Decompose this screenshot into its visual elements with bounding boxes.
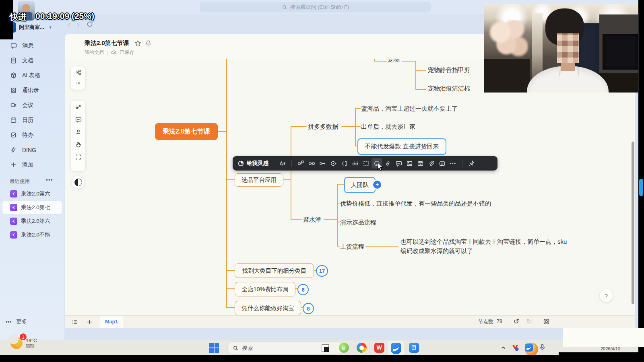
collapse-node-icon[interactable] — [339, 158, 350, 169]
sidebar-item-docs[interactable]: 文档 — [0, 53, 64, 68]
theme-toggle-button[interactable] — [72, 176, 85, 189]
mindmap-node-selected[interactable]: 不能代发爆款 直接进货回来 — [357, 138, 446, 155]
recent-doc-item[interactable]: 乘法2.0不能 — [0, 228, 64, 242]
sidebar-item-todo[interactable]: 待办 — [0, 128, 64, 142]
browser-chrome-icon[interactable] — [356, 342, 367, 353]
recent-doc-item-active[interactable]: 乘法2.0第七 — [2, 201, 62, 214]
mindmap-node[interactable]: 演示选品流程 — [340, 219, 376, 226]
taskbar-weather[interactable]: 1 19°C 晴朗 — [10, 337, 37, 349]
task-view-icon[interactable] — [320, 342, 331, 354]
mindmap-node-jst[interactable]: 聚水潭 — [303, 216, 321, 224]
save-status: 已保存 — [120, 49, 134, 56]
mindmap-note[interactable]: 也可以选到这个品找淘宝上同款去上淘宝链接，简单一点，sku 编码改成聚水潭的就可… — [400, 237, 578, 255]
start-button[interactable] — [209, 343, 219, 353]
star-icon[interactable] — [134, 40, 141, 47]
recent-more-icon[interactable]: ••• — [46, 177, 53, 183]
add-sibling-icon[interactable] — [295, 158, 306, 169]
mindmap-node-collapsed[interactable]: 全店10%费比布局 — [235, 282, 295, 296]
mindmap-node-collapsed[interactable]: 找到大类目下的细分类目 — [235, 263, 314, 278]
tray-dingtalk-icon[interactable] — [525, 343, 533, 352]
sidebar-item-label: 添加 — [22, 161, 33, 169]
mouse-cursor — [377, 162, 385, 171]
sidebar-item-add[interactable]: 添加 — [0, 157, 64, 172]
ai-inspire-icon[interactable] — [237, 160, 244, 167]
chevron-down-icon: ▼ — [49, 25, 52, 29]
frame-icon[interactable] — [361, 158, 372, 169]
browser-360-icon[interactable]: e — [338, 342, 349, 353]
sticker-icon[interactable] — [543, 318, 550, 325]
vertical-scrollbar[interactable] — [632, 142, 634, 304]
fit-view-icon[interactable] — [75, 154, 82, 160]
mindmap-node[interactable]: 出单后，就去谈厂家 — [361, 123, 415, 131]
theme-brush-icon[interactable] — [75, 104, 82, 111]
note-icon[interactable] — [437, 158, 448, 169]
mindmap-node-pdd[interactable]: 拼多多数据 — [308, 123, 338, 131]
mindmap-node[interactable]: 优势价格低，直接推单代发，有一些品类的品还是不错的 — [340, 200, 491, 208]
recent-doc-label: 乘法2.0不能 — [21, 231, 50, 239]
weather-temp: 19°C — [26, 338, 37, 343]
help-button[interactable]: ? — [600, 289, 613, 302]
sidebar-item-messages[interactable]: 消息 — [0, 38, 64, 53]
windows-taskbar: 1 19°C 晴朗 搜索 e W — [0, 340, 644, 355]
tray-mic-icon[interactable] — [539, 343, 546, 351]
ai-inspire-label[interactable]: 给我灵感 — [247, 160, 268, 167]
dingtalk-taskbar-active[interactable] — [388, 341, 404, 355]
corridor-light — [532, 13, 543, 79]
notification-badge: 1 — [19, 333, 27, 341]
redo-icon[interactable]: ↻ — [526, 317, 532, 326]
collapsed-count-badge[interactable]: 8 — [303, 303, 314, 314]
add-child-button[interactable]: + — [372, 180, 382, 189]
hand-pan-icon[interactable] — [75, 141, 82, 148]
wps-icon[interactable]: W — [374, 342, 385, 353]
collapsed-count-badge[interactable]: 6 — [297, 284, 309, 295]
mindmap-node[interactable]: 宠物静音指甲剪 — [428, 66, 470, 74]
add-sheet-icon[interactable] — [86, 319, 93, 325]
mindmap-node[interactable]: 上货流程 — [340, 243, 364, 251]
sidebar-item-contacts[interactable]: 通讯录 — [0, 83, 64, 98]
node-toolbar: 给我灵感 ⋯ — [233, 156, 497, 171]
comment-icon[interactable] — [75, 116, 82, 123]
divider: | — [107, 50, 108, 56]
collaborator-icon[interactable] — [75, 129, 82, 136]
mindmap-structure-icon[interactable] — [75, 70, 82, 75]
outline-view-icon[interactable] — [75, 81, 82, 86]
attachment-icon[interactable] — [426, 158, 437, 169]
doc-menu-icon[interactable] — [71, 43, 79, 51]
focus-node-icon[interactable] — [328, 158, 339, 169]
relation-line-icon[interactable] — [317, 158, 328, 169]
tray-chevron-up-icon[interactable] — [500, 345, 506, 351]
text-style-icon[interactable] — [277, 158, 288, 169]
summary-icon[interactable] — [350, 158, 361, 169]
pin-icon[interactable] — [466, 158, 477, 169]
collapsed-count-badge[interactable]: 17 — [316, 265, 328, 277]
sidebar-item-ding[interactable]: DING — [0, 142, 64, 157]
mindmap-node[interactable]: 蓝海品，淘宝上超过一页就不要上了 — [361, 105, 458, 113]
divider — [462, 160, 462, 167]
outline-list-icon[interactable] — [71, 319, 78, 325]
sidebar-item-meeting[interactable]: 会议 — [0, 98, 64, 113]
add-child-icon[interactable] — [306, 158, 317, 169]
recent-doc-item[interactable]: 乘法2.0第六 — [0, 214, 64, 228]
sidebar-item-calendar[interactable]: 日历 — [0, 113, 64, 128]
mindmap-root-node[interactable]: 乘法2.0第七节课 — [155, 123, 218, 140]
mindmap-node-platform[interactable]: 选品平台应用 — [235, 173, 283, 187]
tray-graphics-icon[interactable] — [511, 343, 519, 352]
sidebar-item-label: 待办 — [22, 132, 33, 139]
sheet-tab-map1[interactable]: Map1 — [100, 316, 123, 328]
mindmap-node-team[interactable]: 大团队 — [344, 177, 376, 193]
mindmap-node[interactable]: 宠物泪痕清洁棉 — [428, 85, 470, 93]
image-icon[interactable] — [404, 158, 415, 169]
flower-bouquet — [488, 20, 528, 61]
sidebar-item-ai-table[interactable]: AI 表格 — [0, 68, 64, 83]
sidebar-more[interactable]: ••• 更多 — [6, 318, 27, 325]
doc-breadcrumb[interactable]: 我的文档 — [85, 49, 104, 56]
comment-icon[interactable] — [393, 158, 404, 169]
undo-icon[interactable]: ↺ — [514, 317, 519, 326]
mindmap-node-collapsed[interactable]: 凭什么你能做好淘宝 — [235, 301, 301, 315]
more-icon[interactable]: ⋯ — [448, 158, 458, 169]
docs-app-icon[interactable] — [408, 342, 419, 353]
player-scrollbar-thumb[interactable] — [639, 179, 643, 196]
recent-doc-item[interactable]: 乘法2.0第六 — [0, 187, 64, 201]
bell-icon[interactable] — [145, 40, 152, 47]
video-icon[interactable] — [415, 158, 426, 169]
